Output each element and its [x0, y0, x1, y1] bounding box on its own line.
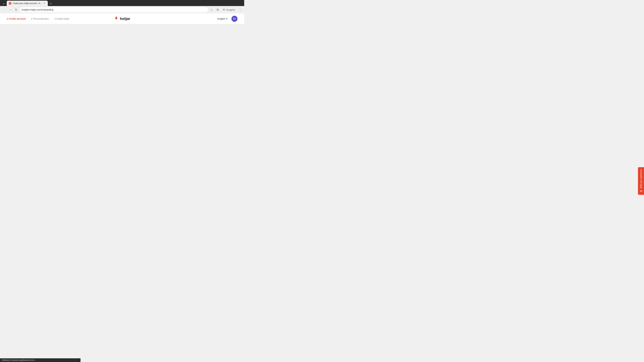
tab-bar: ▾ H Create your Hotjar account - H... ✕ … — [0, 0, 244, 6]
refresh-button[interactable]: ↻ — [14, 7, 19, 12]
nav-step-1[interactable]: 1 Create account — [7, 17, 26, 20]
tab-title: Create your Hotjar account - H... — [13, 2, 42, 4]
header-right: English ▾ EJ — [216, 16, 238, 22]
main-content: Welcome, Eli Jones! Let's get you all se… — [0, 24, 244, 137]
tab-dropdown-button[interactable]: ▾ — [1, 1, 6, 6]
browser-toolbar: ← → ↻ ☆ ⧉ Incognito ⋮ — [0, 6, 244, 13]
site-header: 1 Create account 2 Personalization 3 Ins… — [0, 13, 244, 24]
nav-step-2[interactable]: 2 Personalization — [31, 17, 49, 20]
user-avatar[interactable]: EJ — [232, 16, 238, 22]
svg-point-0 — [224, 9, 224, 10]
new-tab-button[interactable]: + — [48, 1, 53, 6]
tab-favicon: H — [9, 2, 12, 5]
menu-button[interactable]: ⋮ — [238, 7, 243, 12]
bookmark-button[interactable]: ☆ — [209, 7, 214, 12]
back-button[interactable]: ← — [1, 7, 7, 12]
incognito-icon — [222, 8, 225, 11]
nav-step-3[interactable]: 3 Install Hotjar — [54, 17, 70, 20]
language-dropdown-icon: ▾ — [226, 17, 228, 20]
hotjar-logo-text: hotjar — [120, 16, 130, 21]
language-selector[interactable]: English ▾ — [216, 17, 229, 21]
nav-steps: 1 Create account 2 Personalization 3 Ins… — [7, 17, 70, 20]
incognito-label: Incognito — [226, 8, 235, 11]
language-label: English — [218, 17, 225, 20]
browser-tab-active[interactable]: H Create your Hotjar account - H... ✕ — [7, 1, 48, 6]
browser-chrome: ▾ H Create your Hotjar account - H... ✕ … — [0, 0, 244, 13]
incognito-badge: Incognito — [221, 8, 237, 12]
split-view-button[interactable]: ⧉ — [215, 7, 220, 12]
hotjar-logo: hotjar — [114, 16, 130, 21]
address-bar[interactable] — [20, 7, 208, 12]
tab-close-button[interactable]: ✕ — [43, 2, 46, 5]
address-bar-container — [20, 7, 208, 12]
hotjar-logo-icon — [114, 16, 118, 21]
hotjar-flame-icon — [114, 16, 118, 21]
forward-button[interactable]: → — [8, 7, 13, 12]
